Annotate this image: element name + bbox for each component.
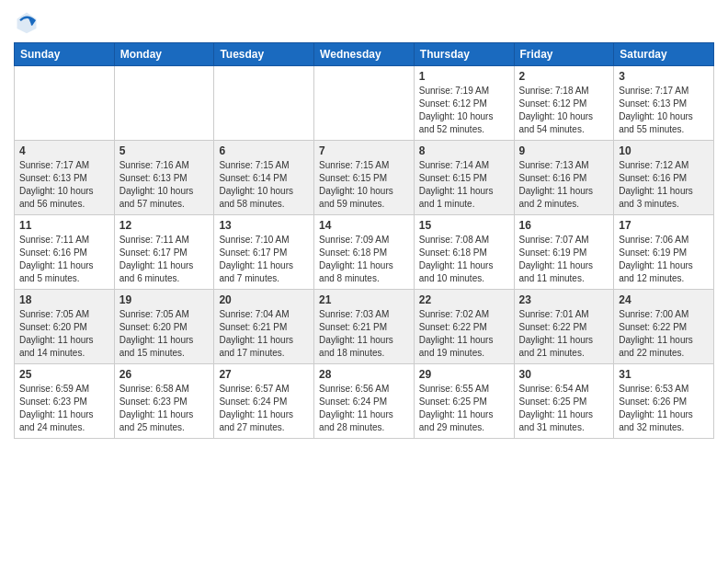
day-number: 2 — [519, 70, 609, 83]
day-number: 4 — [19, 144, 109, 157]
calendar-cell: 22Sunrise: 7:02 AM Sunset: 6:22 PM Dayli… — [414, 290, 514, 364]
day-header-wednesday: Wednesday — [314, 43, 415, 66]
day-number: 21 — [319, 293, 409, 306]
day-number: 20 — [219, 293, 309, 306]
calendar-cell: 19Sunrise: 7:05 AM Sunset: 6:20 PM Dayli… — [114, 290, 214, 364]
day-number: 29 — [419, 368, 509, 381]
day-number: 27 — [219, 368, 309, 381]
logo-icon — [14, 9, 40, 35]
day-number: 17 — [619, 219, 709, 232]
day-number: 25 — [19, 368, 109, 381]
calendar-cell: 31Sunrise: 6:53 AM Sunset: 6:26 PM Dayli… — [614, 364, 714, 439]
day-info: Sunrise: 7:15 AM Sunset: 6:14 PM Dayligh… — [219, 159, 309, 211]
calendar-cell: 8Sunrise: 7:14 AM Sunset: 6:15 PM Daylig… — [414, 141, 514, 215]
day-info: Sunrise: 7:11 AM Sunset: 6:16 PM Dayligh… — [19, 234, 109, 285]
day-header-thursday: Thursday — [414, 43, 514, 66]
day-info: Sunrise: 7:13 AM Sunset: 6:16 PM Dayligh… — [519, 159, 609, 211]
calendar-cell: 4Sunrise: 7:17 AM Sunset: 6:13 PM Daylig… — [15, 141, 115, 215]
calendar-cell: 28Sunrise: 6:56 AM Sunset: 6:24 PM Dayli… — [314, 364, 415, 439]
calendar-cell: 14Sunrise: 7:09 AM Sunset: 6:18 PM Dayli… — [314, 215, 415, 290]
calendar-cell: 5Sunrise: 7:16 AM Sunset: 6:13 PM Daylig… — [114, 141, 214, 215]
day-info: Sunrise: 7:07 AM Sunset: 6:19 PM Dayligh… — [519, 234, 609, 285]
calendar-cell: 30Sunrise: 6:54 AM Sunset: 6:25 PM Dayli… — [514, 364, 614, 439]
day-number: 10 — [619, 144, 709, 157]
calendar-cell — [114, 66, 214, 141]
week-row-1: 1Sunrise: 7:19 AM Sunset: 6:12 PM Daylig… — [15, 66, 714, 141]
day-number: 7 — [319, 144, 409, 157]
week-row-5: 25Sunrise: 6:59 AM Sunset: 6:23 PM Dayli… — [15, 364, 714, 439]
day-info: Sunrise: 7:08 AM Sunset: 6:18 PM Dayligh… — [419, 234, 509, 285]
day-number: 31 — [619, 368, 709, 381]
day-header-monday: Monday — [114, 43, 214, 66]
day-info: Sunrise: 7:06 AM Sunset: 6:19 PM Dayligh… — [619, 234, 709, 285]
calendar-cell: 23Sunrise: 7:01 AM Sunset: 6:22 PM Dayli… — [514, 290, 614, 364]
day-number: 16 — [519, 219, 609, 232]
day-info: Sunrise: 7:15 AM Sunset: 6:15 PM Dayligh… — [319, 159, 409, 211]
calendar-cell: 7Sunrise: 7:15 AM Sunset: 6:15 PM Daylig… — [314, 141, 415, 215]
day-number: 11 — [19, 219, 109, 232]
day-info: Sunrise: 7:00 AM Sunset: 6:22 PM Dayligh… — [619, 308, 709, 360]
day-info: Sunrise: 6:53 AM Sunset: 6:26 PM Dayligh… — [619, 383, 709, 434]
logo — [14, 9, 43, 35]
header — [14, 9, 714, 35]
day-info: Sunrise: 7:18 AM Sunset: 6:12 PM Dayligh… — [519, 85, 609, 136]
day-info: Sunrise: 7:11 AM Sunset: 6:17 PM Dayligh… — [119, 234, 210, 285]
day-number: 13 — [219, 219, 309, 232]
calendar-cell: 17Sunrise: 7:06 AM Sunset: 6:19 PM Dayli… — [614, 215, 714, 290]
calendar-cell: 1Sunrise: 7:19 AM Sunset: 6:12 PM Daylig… — [414, 66, 514, 141]
day-info: Sunrise: 7:17 AM Sunset: 6:13 PM Dayligh… — [619, 85, 709, 136]
day-number: 23 — [519, 293, 609, 306]
calendar-cell: 27Sunrise: 6:57 AM Sunset: 6:24 PM Dayli… — [214, 364, 314, 439]
day-number: 3 — [619, 70, 709, 83]
day-number: 8 — [419, 144, 509, 157]
calendar-cell — [15, 66, 115, 141]
calendar-cell: 6Sunrise: 7:15 AM Sunset: 6:14 PM Daylig… — [214, 141, 314, 215]
day-info: Sunrise: 6:54 AM Sunset: 6:25 PM Dayligh… — [519, 383, 609, 434]
day-number: 15 — [419, 219, 509, 232]
calendar-cell: 18Sunrise: 7:05 AM Sunset: 6:20 PM Dayli… — [15, 290, 115, 364]
day-number: 14 — [319, 219, 409, 232]
calendar-cell: 2Sunrise: 7:18 AM Sunset: 6:12 PM Daylig… — [514, 66, 614, 141]
calendar-header: SundayMondayTuesdayWednesdayThursdayFrid… — [15, 43, 714, 66]
day-number: 30 — [519, 368, 609, 381]
week-row-3: 11Sunrise: 7:11 AM Sunset: 6:16 PM Dayli… — [15, 215, 714, 290]
day-number: 22 — [419, 293, 509, 306]
day-header-saturday: Saturday — [614, 43, 714, 66]
day-number: 19 — [119, 293, 210, 306]
calendar-cell: 25Sunrise: 6:59 AM Sunset: 6:23 PM Dayli… — [15, 364, 115, 439]
day-info: Sunrise: 7:05 AM Sunset: 6:20 PM Dayligh… — [119, 308, 210, 360]
calendar-cell: 15Sunrise: 7:08 AM Sunset: 6:18 PM Dayli… — [414, 215, 514, 290]
day-number: 28 — [319, 368, 409, 381]
day-header-tuesday: Tuesday — [214, 43, 314, 66]
header-row: SundayMondayTuesdayWednesdayThursdayFrid… — [15, 43, 714, 66]
day-info: Sunrise: 7:04 AM Sunset: 6:21 PM Dayligh… — [219, 308, 309, 360]
day-number: 12 — [119, 219, 210, 232]
calendar-cell: 11Sunrise: 7:11 AM Sunset: 6:16 PM Dayli… — [15, 215, 115, 290]
day-info: Sunrise: 7:01 AM Sunset: 6:22 PM Dayligh… — [519, 308, 609, 360]
day-info: Sunrise: 7:12 AM Sunset: 6:16 PM Dayligh… — [619, 159, 709, 211]
day-info: Sunrise: 7:16 AM Sunset: 6:13 PM Dayligh… — [119, 159, 210, 211]
day-number: 6 — [219, 144, 309, 157]
day-info: Sunrise: 7:19 AM Sunset: 6:12 PM Dayligh… — [419, 85, 509, 136]
day-info: Sunrise: 7:05 AM Sunset: 6:20 PM Dayligh… — [19, 308, 109, 360]
calendar-cell — [214, 66, 314, 141]
day-info: Sunrise: 6:57 AM Sunset: 6:24 PM Dayligh… — [219, 383, 309, 434]
week-row-2: 4Sunrise: 7:17 AM Sunset: 6:13 PM Daylig… — [15, 141, 714, 215]
day-info: Sunrise: 6:59 AM Sunset: 6:23 PM Dayligh… — [19, 383, 109, 434]
day-info: Sunrise: 7:03 AM Sunset: 6:21 PM Dayligh… — [319, 308, 409, 360]
calendar-cell: 21Sunrise: 7:03 AM Sunset: 6:21 PM Dayli… — [314, 290, 415, 364]
day-header-friday: Friday — [514, 43, 614, 66]
calendar-cell: 26Sunrise: 6:58 AM Sunset: 6:23 PM Dayli… — [114, 364, 214, 439]
day-number: 5 — [119, 144, 210, 157]
calendar-cell: 16Sunrise: 7:07 AM Sunset: 6:19 PM Dayli… — [514, 215, 614, 290]
calendar-cell — [314, 66, 415, 141]
day-header-sunday: Sunday — [15, 43, 115, 66]
day-number: 18 — [19, 293, 109, 306]
calendar-cell: 24Sunrise: 7:00 AM Sunset: 6:22 PM Dayli… — [614, 290, 714, 364]
day-info: Sunrise: 6:58 AM Sunset: 6:23 PM Dayligh… — [119, 383, 210, 434]
day-number: 1 — [419, 70, 509, 83]
day-info: Sunrise: 7:10 AM Sunset: 6:17 PM Dayligh… — [219, 234, 309, 285]
calendar-cell: 13Sunrise: 7:10 AM Sunset: 6:17 PM Dayli… — [214, 215, 314, 290]
week-row-4: 18Sunrise: 7:05 AM Sunset: 6:20 PM Dayli… — [15, 290, 714, 364]
day-info: Sunrise: 7:17 AM Sunset: 6:13 PM Dayligh… — [19, 159, 109, 211]
